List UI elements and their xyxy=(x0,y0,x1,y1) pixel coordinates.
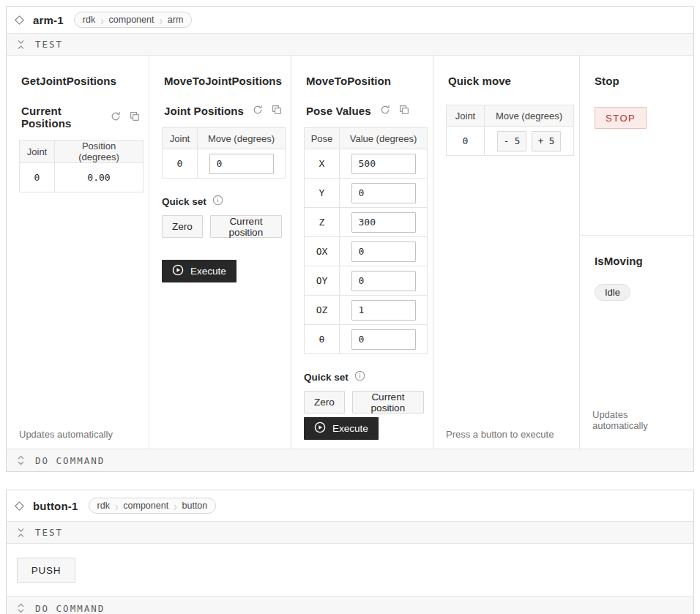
pose-y-input[interactable] xyxy=(351,183,416,203)
pose-label-cell: X xyxy=(305,149,340,179)
refresh-icon xyxy=(380,105,390,117)
execute-button[interactable]: Execute xyxy=(304,417,379,440)
arm-test-panel: GetJointPositions Current Positions Join… xyxy=(7,56,693,449)
current-position-button[interactable]: Current position xyxy=(210,215,282,238)
column-header: Position (degrees) xyxy=(55,141,144,163)
table-row: Y xyxy=(305,179,428,208)
column-subtitle: Joint Positions xyxy=(164,105,244,117)
minus-5-button[interactable]: - 5 xyxy=(497,131,526,151)
table-row: θ xyxy=(305,325,428,354)
test-section-toggle[interactable]: TEST xyxy=(7,33,693,56)
copy-button[interactable] xyxy=(272,105,282,117)
copy-icon xyxy=(130,111,140,124)
column-title: GetJointPositions xyxy=(21,75,140,87)
pose-theta-input[interactable] xyxy=(351,329,416,350)
joint-index-cell: 0 xyxy=(447,127,485,156)
button-card-title: button-1 xyxy=(33,500,78,512)
pose-oy-input[interactable] xyxy=(351,271,416,291)
copy-button[interactable] xyxy=(399,105,409,117)
column-footer-note: Updates automatically xyxy=(15,429,140,440)
pose-z-input[interactable] xyxy=(351,212,416,233)
column-title: IsMoving xyxy=(595,255,685,267)
refresh-icon xyxy=(111,111,121,124)
component-diamond-icon xyxy=(15,501,24,511)
move-to-joint-positions-column: MoveToJointPositions Joint Positions Joi… xyxy=(149,56,291,449)
zero-button[interactable]: Zero xyxy=(162,215,203,238)
do-command-section-toggle[interactable]: DO COMMAND xyxy=(7,596,693,614)
do-command-section-toggle[interactable]: DO COMMAND xyxy=(7,449,693,471)
column-title: Stop xyxy=(595,75,685,87)
arm-card-header: arm-1 rdk › component › arm xyxy=(7,7,693,33)
refresh-button[interactable] xyxy=(253,105,263,117)
pose-label-cell: θ xyxy=(305,325,340,354)
is-moving-section: IsMoving Idle Updates automatically xyxy=(580,236,693,449)
pose-label-cell: Z xyxy=(305,208,340,237)
joint-move-input[interactable] xyxy=(209,154,274,174)
page: arm-1 rdk › component › arm TEST GetJoin… xyxy=(0,0,700,614)
current-positions-table: Joint Position (degrees) 0 0.00 xyxy=(19,140,144,192)
pose-x-input[interactable] xyxy=(351,154,416,174)
refresh-button[interactable] xyxy=(111,111,121,124)
refresh-button[interactable] xyxy=(380,105,390,117)
info-icon[interactable] xyxy=(354,370,365,383)
column-header: Joint xyxy=(20,141,55,163)
pose-value-cell xyxy=(340,266,428,296)
move-to-position-column: MoveToPosition Pose Values Pose Value (d… xyxy=(291,56,433,449)
pose-ox-input[interactable] xyxy=(351,242,416,262)
quick-move-buttons-cell: - 5 + 5 xyxy=(485,127,574,156)
chevron-right-icon: › xyxy=(159,12,162,28)
table-row: Z xyxy=(305,208,428,237)
execute-button[interactable]: Execute xyxy=(162,260,237,282)
column-footer-note: Updates automatically xyxy=(589,409,685,431)
column-header: Move (degrees) xyxy=(485,105,574,127)
joint-index-cell: 0 xyxy=(163,149,198,179)
table-row: OZ xyxy=(305,296,428,325)
arm-component-card: arm-1 rdk › component › arm TEST GetJoin… xyxy=(6,6,694,472)
pose-value-cell xyxy=(340,208,428,237)
breadcrumb-segment: rdk xyxy=(75,12,103,27)
current-position-button[interactable]: Current position xyxy=(352,391,424,413)
stop-column: Stop STOP IsMoving Idle Updates automati… xyxy=(580,56,693,449)
pose-label-cell: Y xyxy=(305,179,340,208)
execute-label: Execute xyxy=(190,266,226,277)
chevron-right-icon: › xyxy=(174,498,176,514)
table-row: 0 xyxy=(163,149,286,179)
push-button[interactable]: PUSH xyxy=(17,558,75,583)
quick-move-column: Quick move Joint Move (degrees) 0 - 5 + … xyxy=(433,56,580,449)
table-row: OX xyxy=(305,237,428,266)
stop-button[interactable]: STOP xyxy=(595,107,647,129)
do-command-section-label: DO COMMAND xyxy=(35,455,105,466)
stop-section: Stop STOP xyxy=(580,56,693,236)
pose-label-cell: OY xyxy=(305,266,340,296)
chevron-right-icon: › xyxy=(115,498,118,514)
pose-oz-input[interactable] xyxy=(351,300,416,321)
zero-button[interactable]: Zero xyxy=(304,391,345,413)
collapse-icon xyxy=(17,528,25,538)
column-header: Pose xyxy=(305,128,340,149)
expand-icon xyxy=(17,603,25,613)
pose-value-cell xyxy=(340,179,428,208)
copy-button[interactable] xyxy=(130,111,140,124)
plus-5-button[interactable]: + 5 xyxy=(532,131,561,151)
play-icon xyxy=(172,264,184,278)
breadcrumb: rdk › component › button xyxy=(89,498,217,514)
joint-positions-table: Joint Move (degrees) 0 xyxy=(162,127,286,179)
joint-index-cell: 0 xyxy=(20,163,55,192)
status-badge: Idle xyxy=(595,284,630,301)
breadcrumb-segment: button xyxy=(174,498,216,513)
column-title: MoveToPosition xyxy=(306,75,424,87)
info-icon[interactable] xyxy=(212,195,223,208)
test-section-toggle[interactable]: TEST xyxy=(7,521,693,544)
joint-move-cell xyxy=(198,149,286,179)
expand-icon xyxy=(17,455,25,465)
do-command-section-label: DO COMMAND xyxy=(35,603,105,614)
copy-icon xyxy=(272,105,282,117)
column-header: Joint xyxy=(163,128,198,149)
column-header: Move (degrees) xyxy=(198,128,286,149)
table-row: 0 - 5 + 5 xyxy=(447,127,574,156)
pose-label-cell: OX xyxy=(305,237,340,266)
test-section-label: TEST xyxy=(35,527,63,538)
column-footer-note: Press a button to execute xyxy=(442,429,570,440)
table-row: X xyxy=(305,149,428,179)
joint-position-cell: 0.00 xyxy=(55,163,144,192)
